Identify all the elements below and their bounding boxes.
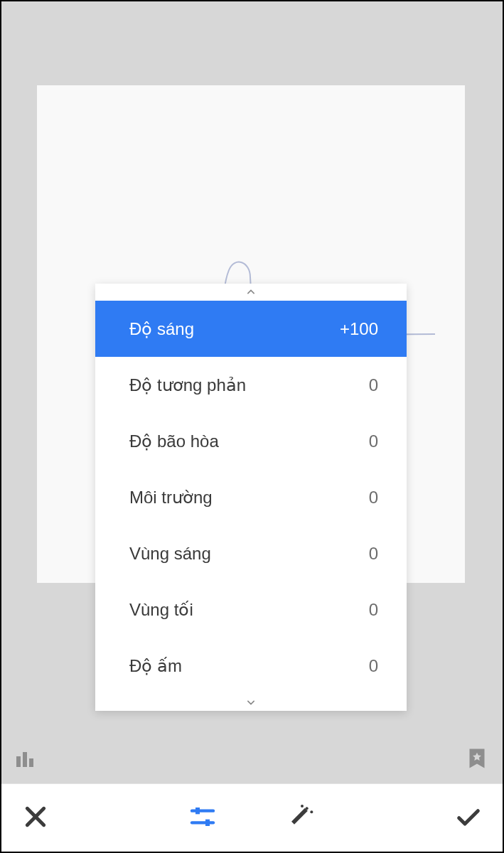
tune-tool-button[interactable] — [188, 803, 217, 834]
tune-menu: Độ sáng +100 Độ tương phản 0 Độ bão hòa … — [95, 284, 407, 711]
tune-row-value: 0 — [369, 544, 378, 564]
svg-rect-2 — [29, 758, 33, 767]
tune-row-label: Độ tương phản — [129, 375, 246, 395]
tune-row-shadows[interactable]: Vùng tối 0 — [95, 581, 407, 638]
tune-row-ambiance[interactable]: Môi trường 0 — [95, 469, 407, 525]
editor-canvas: Độ sáng +100 Độ tương phản 0 Độ bão hòa … — [1, 1, 503, 785]
cancel-button[interactable] — [21, 803, 50, 834]
overlay-controls — [1, 742, 503, 785]
chevron-up-icon — [244, 285, 258, 299]
svg-rect-1 — [23, 752, 27, 767]
menu-scroll-up[interactable] — [95, 284, 407, 301]
tune-row-highlights[interactable]: Vùng sáng 0 — [95, 525, 407, 581]
bookmark-star-icon — [464, 746, 490, 771]
svg-rect-7 — [291, 808, 308, 824]
tune-row-saturation[interactable]: Độ bão hòa 0 — [95, 413, 407, 469]
tune-row-contrast[interactable]: Độ tương phản 0 — [95, 357, 407, 413]
tune-row-value: 0 — [369, 431, 378, 451]
apply-button[interactable] — [454, 803, 483, 834]
auto-fix-button[interactable] — [288, 803, 316, 834]
svg-rect-5 — [195, 808, 200, 814]
tune-row-value: +100 — [340, 319, 378, 339]
tune-row-label: Độ bão hòa — [129, 431, 219, 451]
tune-row-label: Vùng sáng — [129, 544, 211, 564]
bookmark-button[interactable] — [464, 746, 490, 774]
check-icon — [454, 803, 483, 831]
svg-rect-0 — [16, 756, 21, 767]
tune-row-value: 0 — [369, 375, 378, 395]
tune-row-brightness[interactable]: Độ sáng +100 — [95, 301, 407, 357]
tune-row-label: Vùng tối — [129, 600, 193, 620]
tune-row-warmth[interactable]: Độ ấm 0 — [95, 638, 407, 694]
tune-row-value: 0 — [369, 600, 378, 620]
sliders-icon — [188, 803, 217, 831]
svg-rect-6 — [205, 819, 210, 825]
histogram-button[interactable] — [14, 746, 40, 774]
svg-point-10 — [301, 805, 304, 808]
magic-wand-icon — [288, 803, 316, 831]
bottom-toolbar — [1, 783, 503, 852]
chevron-down-icon — [244, 695, 258, 709]
tune-row-label: Độ ấm — [129, 656, 182, 676]
tune-row-value: 0 — [369, 656, 378, 676]
close-icon — [21, 803, 50, 831]
svg-point-9 — [310, 810, 313, 813]
tune-row-label: Độ sáng — [129, 319, 194, 339]
tune-row-label: Môi trường — [129, 488, 213, 508]
svg-point-8 — [305, 807, 308, 810]
menu-scroll-down[interactable] — [95, 694, 407, 711]
histogram-icon — [14, 746, 40, 771]
tune-row-value: 0 — [369, 488, 378, 508]
